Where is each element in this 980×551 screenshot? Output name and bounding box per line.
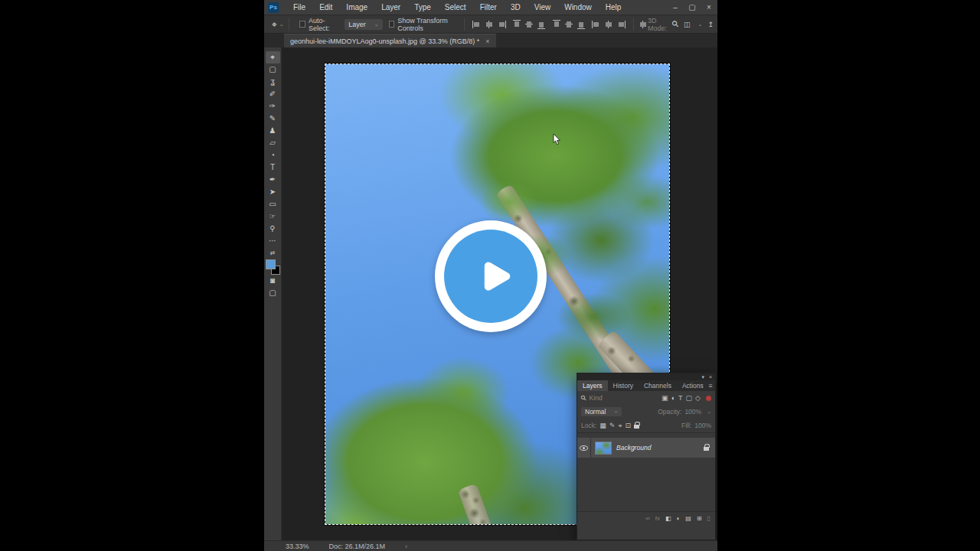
foreground-color-swatch[interactable] bbox=[266, 259, 276, 269]
fill-value[interactable]: 100% bbox=[694, 422, 711, 429]
menu-image[interactable]: Image bbox=[339, 0, 374, 15]
add-layer-mask-icon[interactable]: ◧ bbox=[665, 515, 671, 522]
filter-adjustment-layers-icon[interactable]: ◐ bbox=[671, 394, 675, 402]
brush-tool[interactable]: ✎ bbox=[266, 112, 280, 125]
align-left-edges-icon[interactable] bbox=[472, 20, 482, 29]
tab-actions[interactable]: Actions bbox=[677, 380, 709, 391]
menu-filter[interactable]: Filter bbox=[473, 0, 504, 15]
opacity-label: Opacity: bbox=[658, 408, 681, 416]
menu-select[interactable]: Select bbox=[438, 0, 473, 15]
chevron-down-icon[interactable]: ⌄ bbox=[698, 21, 703, 28]
show-transform-label: Show Transform Controls bbox=[397, 17, 459, 32]
visibility-cell[interactable] bbox=[577, 438, 591, 458]
new-layer-icon[interactable]: ⊞ bbox=[697, 515, 702, 522]
distribute-top-edges-icon[interactable] bbox=[552, 20, 561, 29]
tool-preset-chevron-icon[interactable]: ⌄ bbox=[279, 21, 284, 28]
filter-shape-layers-icon[interactable]: ▢ bbox=[686, 394, 693, 402]
filter-pixel-layers-icon[interactable]: ▣ bbox=[662, 394, 668, 402]
auto-select-checkbox[interactable] bbox=[299, 21, 305, 28]
panel-bottom-bar: ∞ fx ◧ ◐ ▤ ⊞ ▯ bbox=[577, 512, 715, 524]
distribute-horizontal-centers-icon[interactable] bbox=[604, 20, 613, 29]
filter-kind-label[interactable]: Kind bbox=[590, 394, 603, 402]
zoom-tool[interactable]: ⚲ bbox=[266, 223, 280, 235]
document-tab[interactable]: geonhui-lee-iMMDOYLAog0-unsplash.jpg @ 3… bbox=[284, 34, 496, 47]
panel-collapse-icon[interactable]: ▾ bbox=[701, 374, 704, 380]
dodge-tool[interactable]: ◔ bbox=[266, 149, 280, 161]
layer-effects-icon[interactable]: fx bbox=[655, 515, 660, 522]
menu-type[interactable]: Type bbox=[407, 0, 438, 15]
path-selection-tool[interactable]: ➤ bbox=[266, 186, 280, 198]
show-transform-checkbox[interactable] bbox=[389, 21, 395, 28]
align-right-edges-icon[interactable] bbox=[497, 20, 506, 29]
distribute-bottom-edges-icon[interactable] bbox=[577, 20, 586, 29]
screen-mode-icon[interactable]: ▢ bbox=[266, 287, 280, 299]
lock-image-pixels-icon[interactable]: ✎ bbox=[609, 422, 616, 429]
align-horizontal-centers-icon[interactable] bbox=[485, 20, 494, 29]
menu-edit[interactable]: Edit bbox=[312, 0, 339, 15]
layer-row-background[interactable]: Background bbox=[577, 438, 715, 458]
filter-smart-objects-icon[interactable]: ◇ bbox=[695, 394, 701, 402]
new-group-icon[interactable]: ▤ bbox=[685, 515, 691, 522]
adjustment-layer-icon[interactable]: ◐ bbox=[676, 515, 680, 522]
clone-stamp-tool[interactable]: ♟ bbox=[266, 125, 280, 137]
minimize-button[interactable]: – bbox=[667, 0, 684, 15]
eyedropper-tool[interactable]: ✑ bbox=[266, 100, 280, 112]
filter-type-layers-icon[interactable]: T bbox=[678, 394, 683, 402]
share-icon[interactable]: ↥ bbox=[707, 21, 714, 28]
shape-tool[interactable]: ▭ bbox=[266, 198, 280, 210]
blend-mode-dropdown[interactable]: Normal ⌄ bbox=[581, 407, 622, 416]
maximize-button[interactable]: ▢ bbox=[684, 0, 701, 15]
menu-layer[interactable]: Layer bbox=[374, 0, 407, 15]
align-vertical-centers-icon[interactable] bbox=[524, 20, 534, 29]
panel-close-icon[interactable]: × bbox=[709, 374, 712, 380]
distribute-left-edges-icon[interactable] bbox=[592, 20, 601, 29]
workspace-icon[interactable]: ◫ bbox=[684, 21, 691, 28]
menu-bar: Ps File Edit Image Layer Type Select Fil… bbox=[264, 0, 717, 15]
align-icons-group-2 bbox=[512, 20, 546, 29]
lasso-tool[interactable]: ʓ bbox=[266, 76, 280, 88]
delete-layer-icon[interactable]: ▯ bbox=[707, 515, 710, 522]
eraser-tool[interactable]: ▱ bbox=[266, 137, 280, 149]
status-options-chevron-icon[interactable]: › bbox=[405, 543, 407, 550]
video-play-button[interactable] bbox=[435, 220, 547, 332]
tab-channels[interactable]: Channels bbox=[639, 380, 677, 391]
opacity-value[interactable]: 100% bbox=[684, 408, 701, 416]
lock-all-icon[interactable] bbox=[634, 425, 639, 429]
menu-help[interactable]: Help bbox=[599, 0, 629, 15]
distribute-spacing-icon[interactable] bbox=[639, 20, 648, 29]
menu-view[interactable]: View bbox=[528, 0, 558, 15]
edit-toolbar-icon[interactable]: ⋯ bbox=[266, 235, 280, 247]
close-button[interactable]: × bbox=[701, 0, 717, 15]
auto-select-dropdown[interactable]: Layer ⌄ bbox=[345, 19, 382, 30]
align-top-edges-icon[interactable] bbox=[512, 20, 521, 29]
type-tool[interactable]: T bbox=[266, 161, 280, 174]
quick-selection-tool[interactable]: ✐ bbox=[266, 88, 280, 100]
tab-layers[interactable]: Layers bbox=[577, 380, 608, 391]
layer-thumbnail[interactable] bbox=[595, 442, 612, 455]
photoshop-window: Ps File Edit Image Layer Type Select Fil… bbox=[264, 0, 717, 551]
lock-artboard-icon[interactable]: ⊡ bbox=[625, 422, 631, 429]
tab-close-icon[interactable]: × bbox=[485, 37, 489, 45]
menu-3d[interactable]: 3D bbox=[504, 0, 528, 15]
align-bottom-edges-icon[interactable] bbox=[537, 20, 546, 29]
search-icon[interactable]: ⚲ bbox=[670, 18, 681, 30]
lock-position-icon[interactable]: ⌖ bbox=[618, 422, 622, 430]
hand-tool[interactable]: ☞ bbox=[266, 210, 280, 223]
rectangular-marquee-tool[interactable]: ▢ bbox=[266, 64, 280, 76]
menu-file[interactable]: File bbox=[286, 0, 312, 15]
layer-list: Background bbox=[577, 432, 715, 512]
pen-tool[interactable]: ✒ bbox=[266, 174, 280, 186]
filter-toggle-icon[interactable] bbox=[706, 396, 711, 401]
move-tool[interactable]: ⌖ bbox=[266, 51, 280, 64]
menu-window[interactable]: Window bbox=[557, 0, 599, 15]
lock-transparent-pixels-icon[interactable]: ▦ bbox=[599, 422, 606, 429]
quick-mask-icon[interactable]: ◙ bbox=[266, 275, 280, 287]
distribute-vertical-centers-icon[interactable] bbox=[564, 20, 573, 29]
distribute-right-edges-icon[interactable] bbox=[616, 20, 626, 29]
panel-menu-icon[interactable]: ≡ bbox=[709, 380, 716, 391]
link-layers-icon[interactable]: ∞ bbox=[645, 515, 650, 522]
swap-colors-icon[interactable]: ⇄ bbox=[270, 249, 276, 256]
zoom-level-field[interactable]: 33.33% bbox=[286, 543, 309, 550]
chevron-down-icon[interactable]: ⌄ bbox=[707, 409, 711, 415]
tab-history[interactable]: History bbox=[608, 380, 639, 391]
